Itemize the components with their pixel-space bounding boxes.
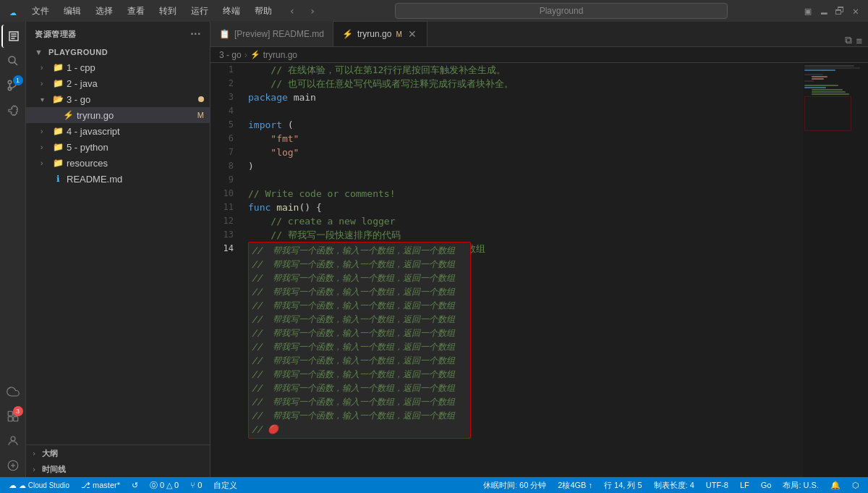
error-count: 0 <box>160 481 164 489</box>
menu-view[interactable]: 查看 <box>122 4 150 19</box>
errors-status[interactable]: ⓪ 0 △ 0 <box>147 477 182 493</box>
layout-label: 布局: U.S. <box>783 480 819 491</box>
line-num-6: 6 <box>210 132 239 146</box>
custom-status[interactable]: 自定义 <box>210 477 240 493</box>
sidebar-more-button[interactable]: ··· <box>190 28 201 41</box>
line-num-5: 5 <box>210 118 239 132</box>
menu-edit[interactable]: 编辑 <box>58 4 87 19</box>
sidebar-item-cpp[interactable]: › 📁 1 - cpp <box>26 59 210 75</box>
maximize-button[interactable]: 🗗 <box>833 4 846 17</box>
cloud-icon: ☁ <box>9 481 17 490</box>
tab-close-button[interactable]: ✕ <box>407 28 418 40</box>
title-bar: ☁ 文件 编辑 选择 查看 转到 运行 终端 帮助 ‹ › 🔍 ▣ 🗕 🗗 ✕ <box>0 0 868 22</box>
line-num-10: 10 <box>210 187 239 201</box>
breadcrumb: 3 - go › ⚡ tryrun.go <box>210 47 868 63</box>
line-num-8: 8 <box>210 159 239 173</box>
tab-size-label: 制表长度: 4 <box>654 480 694 491</box>
menu-help[interactable]: 帮助 <box>249 4 278 19</box>
svg-rect-8 <box>8 417 12 421</box>
activity-account[interactable] <box>1 429 25 452</box>
activity-extensions2[interactable]: 3 <box>1 405 25 428</box>
git-icon: ⎇ <box>81 481 90 490</box>
sidebar-item-tryrun[interactable]: ⚡ tryrun.go M <box>26 107 210 123</box>
warning-icon: △ <box>166 481 172 490</box>
breadcrumb-file[interactable]: tryrun.go <box>263 50 297 60</box>
activity-cloud[interactable] <box>1 380 25 403</box>
svg-line-1 <box>14 62 17 66</box>
close-button[interactable]: ✕ <box>849 4 862 17</box>
line-numbers: 1 2 3 4 5 6 7 8 9 10 11 12 13 14 <box>210 63 245 477</box>
folder-open-icon: 📂 <box>52 94 64 104</box>
git-branch-status[interactable]: ⎇ master* <box>78 477 123 493</box>
ai-line-10: // 帮我写一个函数，输入一个数组，返回一个数组 <box>252 368 467 382</box>
sidebar-item-go[interactable]: ▾ 📂 3 - go <box>26 91 210 107</box>
idle-time-label: 休眠时间: 60 分钟 <box>483 480 546 491</box>
line-num-1: 1 <box>210 63 239 77</box>
activity-explorer[interactable] <box>1 25 25 48</box>
folder-icon: 📁 <box>52 62 64 72</box>
breadcrumb-folder[interactable]: 3 - go <box>219 50 242 60</box>
minimize-button[interactable]: 🗕 <box>817 4 830 17</box>
tab-preview-readme[interactable]: 📋 [Preview] README.md <box>210 21 333 46</box>
search-input[interactable] <box>395 3 728 19</box>
minimap <box>803 63 868 477</box>
share-status[interactable]: ⬡ <box>849 477 862 493</box>
code-editor[interactable]: // 在线体验，可以在第12行行尾按回车触发补全生成。 // 也可以在任意处写代… <box>245 63 803 477</box>
cloud-studio-status[interactable]: ☁ ☁ Cloud Studio <box>6 477 72 493</box>
line-num-11: 11 <box>210 201 239 214</box>
outline-section[interactable]: › 大纲 <box>26 445 210 461</box>
nav-back-button[interactable]: ‹ <box>284 2 301 20</box>
menu-terminal[interactable]: 终端 <box>217 4 246 19</box>
sidebar-item-readme[interactable]: ℹ README.md <box>26 171 210 187</box>
activity-extensions[interactable] <box>1 98 25 122</box>
more-actions-button[interactable]: ≡ <box>856 35 862 46</box>
encoding-status[interactable]: UTF-8 <box>703 477 731 493</box>
cpu-status[interactable]: 2核4GB ↑ <box>555 477 595 493</box>
ai-line-13: // 帮我写一个函数，输入一个数组，返回一个数组 <box>252 409 467 423</box>
ai-line-3: // 帮我写一个函数，输入一个数组，返回一个数组 <box>252 271 467 285</box>
ai-line-1: // 帮我写一个函数，输入一个数组，返回一个数组 <box>252 244 467 258</box>
activity-bar: 1 3 <box>0 22 26 477</box>
chevron-right-icon: › <box>41 143 49 151</box>
svg-point-10 <box>11 437 15 441</box>
ai-line-5: // 帮我写一个函数，输入一个数组，返回一个数组 <box>252 299 467 313</box>
line-num-7: 7 <box>210 146 239 159</box>
search-bar: 🔍 <box>327 3 796 19</box>
line-ending-label: LF <box>740 481 749 489</box>
row-col-status[interactable]: 行 14, 列 5 <box>601 477 645 493</box>
tab-tryrun[interactable]: ⚡ tryrun.go M ✕ <box>333 21 427 46</box>
code-line-10: // Write code or comments! <box>248 187 803 201</box>
activity-git[interactable]: 1 <box>1 74 25 97</box>
menu-file[interactable]: 文件 <box>26 4 55 19</box>
line-num-12: 12 <box>210 214 239 228</box>
tab-size-status[interactable]: 制表长度: 4 <box>651 477 697 493</box>
layout-status[interactable]: 布局: U.S. <box>780 477 822 493</box>
activity-search[interactable] <box>1 49 25 72</box>
line-ending-status[interactable]: LF <box>737 477 752 493</box>
nav-forward-button[interactable]: › <box>304 2 321 20</box>
sidebar-item-resources[interactable]: › 📁 resources <box>26 155 210 171</box>
forks-status[interactable]: ⑂ 0 <box>187 477 205 493</box>
editor-content[interactable]: 1 2 3 4 5 6 7 8 9 10 11 12 13 14 // 在线体验… <box>210 63 868 477</box>
modified-indicator: M <box>197 111 204 119</box>
go-icon: ⚡ <box>342 29 353 39</box>
timeline-section[interactable]: › 时间线 <box>26 461 210 477</box>
svg-point-3 <box>8 80 12 84</box>
sidebar-item-python[interactable]: › 📁 5 - python <box>26 139 210 155</box>
activity-outline[interactable] <box>1 454 25 477</box>
sync-status[interactable]: ↺ <box>129 477 141 493</box>
panel-toggle-button[interactable]: ▣ <box>801 4 814 17</box>
bell-status[interactable]: 🔔 <box>827 477 843 493</box>
go-file-icon: ⚡ <box>62 110 74 120</box>
sidebar-item-javascript[interactable]: › 📁 4 - javascript <box>26 123 210 139</box>
menu-run[interactable]: 运行 <box>185 4 214 19</box>
language-status[interactable]: Go <box>758 477 775 493</box>
preview-icon: 📋 <box>219 29 230 39</box>
cloud-studio-label: ☁ Cloud Studio <box>19 481 69 489</box>
idle-time-status[interactable]: 休眠时间: 60 分钟 <box>480 477 549 493</box>
menu-goto[interactable]: 转到 <box>153 4 182 19</box>
code-line-4 <box>248 104 803 118</box>
sidebar-item-java[interactable]: › 📁 2 - java <box>26 75 210 91</box>
menu-select[interactable]: 选择 <box>90 4 119 19</box>
split-editor-button[interactable]: ⧉ <box>845 34 852 46</box>
